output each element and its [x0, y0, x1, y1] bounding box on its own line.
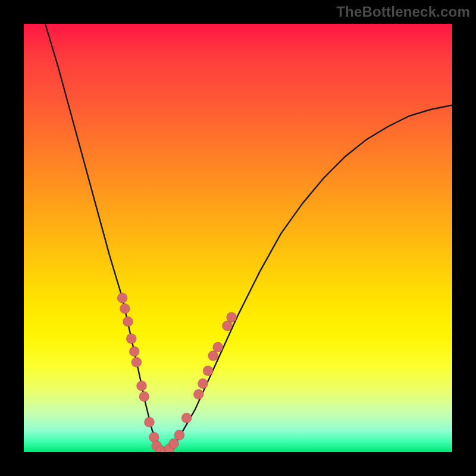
data-point — [123, 317, 133, 327]
data-point — [213, 342, 223, 352]
data-point — [129, 346, 139, 356]
data-point — [198, 378, 208, 389]
data-point — [169, 439, 179, 449]
data-point — [120, 303, 130, 314]
data-point — [126, 334, 136, 344]
chart-svg — [24, 24, 452, 452]
data-point — [137, 381, 147, 391]
data-point — [117, 293, 127, 303]
data-point — [131, 357, 142, 367]
data-point — [139, 392, 149, 402]
chart-container: TheBottleneck.com — [0, 0, 476, 476]
watermark-text: TheBottleneck.com — [336, 4, 470, 20]
plot-area — [24, 24, 452, 452]
data-point — [144, 417, 154, 427]
data-point — [227, 312, 237, 322]
data-point — [193, 389, 203, 399]
data-point — [203, 366, 213, 376]
bottleneck-curve — [45, 24, 452, 452]
data-point — [181, 413, 192, 423]
data-point — [174, 430, 184, 440]
data-points — [117, 293, 237, 452]
